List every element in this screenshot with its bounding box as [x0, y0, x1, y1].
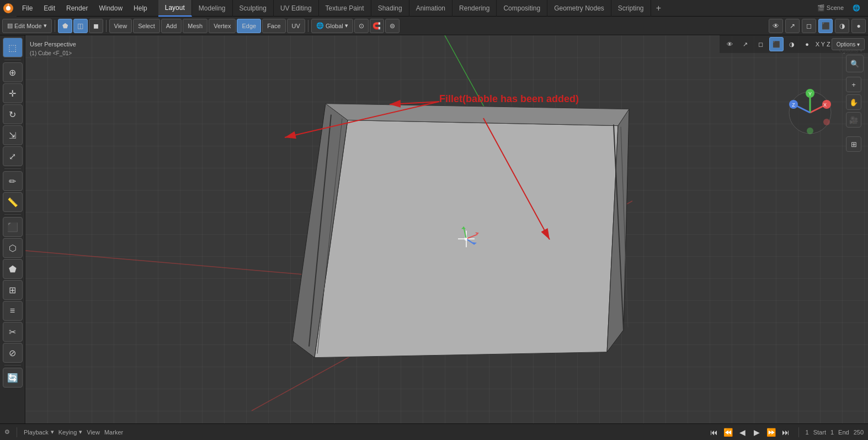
vp-shading-render2[interactable]: ● — [800, 37, 814, 51]
viewlayer-selector[interactable]: 🌐 — [849, 3, 864, 13]
workspace-tab-animation[interactable]: Animation — [409, 0, 452, 17]
vp-overlay-toggle[interactable]: 👁 — [723, 37, 737, 51]
tool-separator-3 — [4, 214, 21, 215]
keying-menu[interactable]: Keying ▾ — [58, 428, 83, 436]
engine-icon: ⚙ — [4, 428, 10, 436]
transform-selector[interactable]: 🌐 Global ▾ — [311, 19, 353, 33]
frame-number: 1 — [806, 429, 809, 436]
snap-btn[interactable]: 🧲 — [370, 19, 384, 33]
bisect-tool[interactable]: ⊘ — [3, 343, 23, 363]
viewport-3d[interactable]: Fillet(babble has been added) User Persp… — [25, 35, 868, 423]
spin-tool[interactable]: 🔄 — [3, 368, 23, 388]
camera-btn[interactable]: 🎥 — [846, 112, 861, 128]
view-all-btn[interactable]: 🔍 — [846, 55, 864, 72]
edit-menu[interactable]: Edit — [38, 0, 61, 17]
bevel-tool[interactable]: ⬟ — [3, 259, 23, 279]
gizmo-btn[interactable]: ↗ — [785, 19, 800, 33]
next-keyframe-btn[interactable]: ⏩ — [765, 426, 778, 438]
current-frame-display[interactable]: 1 — [806, 429, 809, 436]
vp-shading-solid2[interactable]: ⬛ — [769, 37, 784, 51]
blender-logo — [0, 0, 17, 17]
face-mode-btn[interactable]: ◼ — [89, 19, 103, 33]
render-menu[interactable]: Render — [61, 0, 93, 17]
marker-label: Marker — [104, 429, 123, 436]
end-frame-value[interactable]: 250 — [854, 429, 864, 436]
help-menu[interactable]: Help — [128, 0, 153, 17]
options-btn[interactable]: Options ▾ — [832, 38, 865, 50]
vp-gizmo-toggle[interactable]: ↗ — [738, 37, 753, 51]
extrude-tool[interactable]: ⬛ — [3, 217, 23, 237]
edge-menu-btn[interactable]: Edge — [237, 19, 261, 33]
viewport-shading-solid[interactable]: ⬛ — [818, 19, 833, 33]
view-menu-btn[interactable]: View — [109, 19, 132, 33]
transform-tool[interactable]: ⤢ — [3, 146, 23, 166]
play-reverse-btn[interactable]: ◀ — [737, 426, 749, 438]
workspace-tab-uvediting[interactable]: UV Editing — [274, 0, 319, 17]
prev-keyframe-btn[interactable]: ⏪ — [722, 426, 734, 438]
bb-sep-2 — [798, 427, 799, 437]
select-box-tool[interactable]: ⬚ — [3, 38, 23, 57]
select-menu-btn[interactable]: Select — [133, 19, 160, 33]
overlay-btn[interactable]: 👁 — [769, 19, 783, 33]
workspace-tab-shading[interactable]: Shading — [371, 0, 409, 17]
jump-to-start-btn[interactable]: ⏮ — [708, 426, 720, 438]
viewport-shading-rendered[interactable]: ● — [851, 19, 866, 33]
play-btn[interactable]: ▶ — [751, 426, 763, 438]
mode-dropdown-icon: ▾ — [44, 22, 47, 29]
loop-cut-tool[interactable]: ⊞ — [3, 280, 23, 300]
viewport-shading-material[interactable]: ◑ — [835, 19, 849, 33]
jump-to-end-btn[interactable]: ⏭ — [780, 426, 792, 438]
quad-view-btn[interactable]: ⊞ — [846, 136, 861, 152]
workspace-tab-sculpting[interactable]: Sculpting — [233, 0, 274, 17]
end-value: 250 — [854, 429, 864, 436]
annotate-tool[interactable]: ✏ — [3, 171, 23, 191]
knife-tool[interactable]: ✂ — [3, 322, 23, 342]
viewport-object-label: (1) Cube <F_01> — [30, 49, 76, 57]
vp-shading-mat2[interactable]: ◑ — [785, 37, 799, 51]
mesh-menu-btn[interactable]: Mesh — [183, 19, 207, 33]
vp-shading-wire2[interactable]: ◻ — [754, 37, 768, 51]
scene-selector[interactable]: 🎬 Scene — [814, 3, 847, 13]
proportional-btn[interactable]: ⊚ — [385, 19, 400, 33]
add-workspace-button[interactable]: + — [651, 0, 667, 17]
face-menu-btn[interactable]: Face — [262, 19, 285, 33]
inset-tool[interactable]: ⬡ — [3, 238, 23, 258]
cursor-tool[interactable]: ⊕ — [3, 62, 23, 82]
window-menu[interactable]: Window — [93, 0, 128, 17]
view-menu-bottom[interactable]: View — [87, 429, 100, 436]
vertex-menu-btn[interactable]: Vertex — [209, 19, 236, 33]
workspace-tab-rendering[interactable]: Rendering — [452, 0, 497, 17]
workspace-tab-compositing[interactable]: Compositing — [497, 0, 547, 17]
marker-menu[interactable]: Marker — [104, 429, 123, 436]
offset-edge-tool[interactable]: ≡ — [3, 301, 23, 321]
svg-point-38 — [823, 119, 830, 125]
cube-svg — [259, 59, 635, 385]
workspace-tab-layout[interactable]: Layout — [158, 0, 192, 17]
left-toolbar: ⬚ ⊕ ✛ ↻ ⇲ ⤢ ✏ 📏 ⬛ ⬡ ⬟ ⊞ ≡ ✂ ⊘ 🔄 — [0, 35, 25, 423]
playback-menu[interactable]: Playback ▾ — [24, 428, 54, 436]
measure-tool[interactable]: 📏 — [3, 192, 23, 212]
hand-tool-btn[interactable]: ✋ — [846, 94, 861, 110]
rotate-tool[interactable]: ↻ — [3, 104, 23, 124]
workspace-tab-geometrynodes[interactable]: Geometry Nodes — [547, 0, 611, 17]
edge-mode-btn[interactable]: ◫ — [73, 19, 88, 33]
workspace-tab-texturepaint[interactable]: Texture Paint — [319, 0, 371, 17]
playback-controls: ⏮ ⏪ ◀ ▶ ⏩ ⏭ — [708, 426, 792, 438]
uv-menu-btn[interactable]: UV — [287, 19, 305, 33]
start-frame-value[interactable]: 1 — [830, 429, 834, 436]
viewport-gizmo[interactable]: X Y Z — [785, 88, 835, 139]
pivot-btn[interactable]: ⊙ — [354, 19, 369, 33]
engine-selector[interactable]: ⚙ — [4, 428, 10, 436]
viewport-perspective-label: User Perspective — [30, 40, 76, 49]
zoom-in-btn[interactable]: + — [846, 77, 861, 92]
scale-tool[interactable]: ⇲ — [3, 125, 23, 145]
cube-3d-object — [259, 59, 635, 386]
viewport-shading-wire[interactable]: ◻ — [802, 19, 816, 33]
workspace-tab-modeling[interactable]: Modeling — [192, 0, 233, 17]
move-tool[interactable]: ✛ — [3, 83, 23, 103]
workspace-tab-scripting[interactable]: Scripting — [611, 0, 651, 17]
mode-selector[interactable]: ▤ Edit Mode ▾ — [2, 19, 52, 33]
file-menu[interactable]: File — [17, 0, 38, 17]
vertex-mode-btn[interactable]: ⬟ — [58, 19, 72, 33]
add-menu-btn[interactable]: Add — [161, 19, 182, 33]
